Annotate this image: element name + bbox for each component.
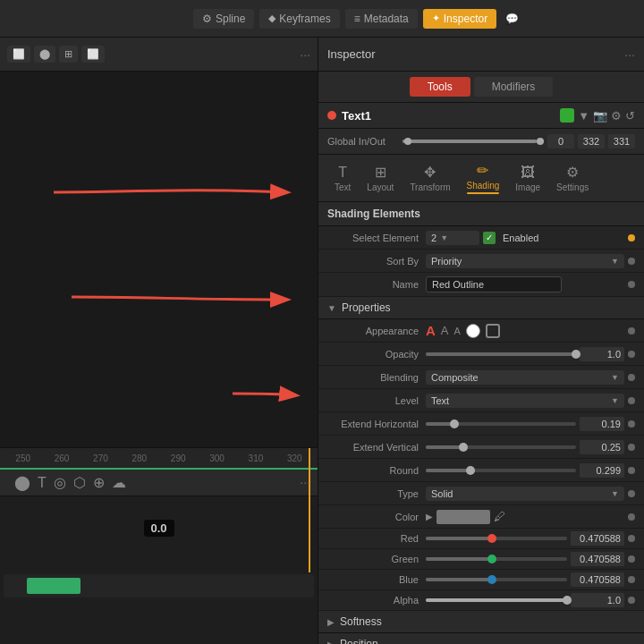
tab-transform[interactable]: ✥ Transform: [402, 160, 457, 196]
timeline-more-dots[interactable]: ···: [300, 475, 310, 489]
properties-collapse-row[interactable]: ▼ Properties: [318, 297, 644, 319]
global-inout-val3[interactable]: 331: [608, 134, 635, 148]
name-keyframe-dot[interactable]: [628, 281, 635, 288]
extend-v-keyframe-dot[interactable]: [628, 444, 635, 451]
blending-dropdown[interactable]: Composite ▼: [426, 370, 624, 385]
appearance-text-icon-red[interactable]: A: [426, 323, 436, 338]
blue-row: Blue 0.470588: [318, 570, 644, 590]
color-expand-button[interactable]: ▶: [426, 512, 433, 521]
opacity-row: Opacity 1.0: [318, 343, 644, 366]
alpha-keyframe-dot[interactable]: [628, 597, 635, 604]
tab-spline[interactable]: ⚙ Spline: [193, 9, 254, 29]
green-value[interactable]: 0.470588: [571, 552, 624, 566]
extend-h-slider-track[interactable]: [426, 422, 576, 426]
inspector-more-dots[interactable]: ···: [624, 47, 635, 62]
opacity-value[interactable]: 1.0: [580, 347, 624, 361]
tab-modifiers-button[interactable]: Modifiers: [474, 77, 554, 97]
blue-value[interactable]: 0.470588: [571, 572, 624, 587]
softness-collapse-row[interactable]: ▶ Softness: [318, 611, 644, 633]
extend-h-keyframe-dot[interactable]: [628, 420, 635, 428]
type-dropdown[interactable]: Solid ▼: [426, 487, 624, 501]
chat-icon[interactable]: 💬: [505, 13, 519, 25]
select-element-dropdown[interactable]: 2 ▼: [426, 231, 479, 245]
position-collapse-row[interactable]: ▶ Position: [318, 633, 644, 644]
position-collapse-arrow: ▶: [327, 640, 335, 645]
global-inout-val1[interactable]: 0: [547, 134, 574, 148]
appearance-text-icon-3[interactable]: A: [454, 326, 461, 336]
global-inout-val2[interactable]: 332: [578, 134, 605, 148]
extend-v-slider-track[interactable]: [426, 445, 576, 449]
timeline-tool-3[interactable]: ◎: [54, 474, 66, 491]
sort-by-dropdown[interactable]: Priority ▼: [426, 254, 624, 268]
tab-keyframes[interactable]: ◆ Keyframes: [259, 9, 339, 29]
timeline-tool-2[interactable]: T: [38, 475, 47, 491]
round-slider-track[interactable]: [426, 469, 576, 472]
position-collapse-title: Position: [340, 638, 378, 644]
node-reset-icon[interactable]: ↺: [625, 109, 635, 123]
node-name-text: Text1: [342, 109, 555, 123]
timeline-tool-1[interactable]: ⬤: [14, 474, 30, 491]
name-input-field[interactable]: [426, 276, 562, 292]
red-value[interactable]: 0.470588: [571, 531, 624, 546]
type-arrow: ▼: [611, 489, 619, 498]
appearance-fill-circle[interactable]: [466, 324, 480, 338]
tab-shading[interactable]: ✏ Shading: [460, 158, 507, 198]
type-keyframe-dot[interactable]: [628, 490, 635, 497]
tab-layout[interactable]: ⊞ Layout: [360, 160, 401, 196]
color-keyframe-dot[interactable]: [628, 513, 635, 521]
shading-elements-header: Shading Elements: [318, 202, 644, 226]
select-element-keyframe-dot[interactable]: [628, 234, 635, 242]
alpha-slider-track[interactable]: [426, 598, 567, 602]
green-slider-track[interactable]: [426, 557, 567, 561]
tab-image[interactable]: 🖼 Image: [508, 161, 547, 196]
track-block-1[interactable]: [27, 578, 80, 594]
appearance-keyframe-dot[interactable]: [628, 327, 635, 335]
green-row: Green 0.470588: [318, 549, 644, 570]
round-row: Round 0.299: [318, 459, 644, 482]
blending-label: Blending: [327, 372, 426, 383]
round-keyframe-dot[interactable]: [628, 467, 635, 474]
opacity-keyframe-dot[interactable]: [628, 351, 635, 358]
red-keyframe-dot[interactable]: [628, 535, 635, 542]
blending-keyframe-dot[interactable]: [628, 374, 635, 381]
global-inout-label: Global In/Out: [327, 136, 399, 147]
sort-by-keyframe-dot[interactable]: [628, 258, 635, 265]
alpha-value[interactable]: 1.0: [571, 593, 624, 607]
blue-slider-track[interactable]: [426, 578, 567, 581]
node-camera-icon[interactable]: 📷: [593, 109, 607, 123]
tab-inspector[interactable]: ✦ Inspector: [423, 9, 496, 29]
view-mode-button[interactable]: ⬜: [7, 46, 30, 63]
extend-h-value[interactable]: 0.19: [580, 417, 624, 431]
node-color-indicator[interactable]: [560, 108, 574, 123]
appearance-text-icon-outline[interactable]: A: [441, 324, 449, 337]
ruler-mark-270: 270: [81, 453, 120, 463]
level-dropdown[interactable]: Text ▼: [426, 394, 624, 408]
timeline-tool-4[interactable]: ⬡: [73, 474, 86, 491]
level-keyframe-dot[interactable]: [628, 397, 635, 404]
tab-text[interactable]: T Text: [327, 161, 358, 196]
grid-button[interactable]: ⊞: [59, 46, 78, 63]
color-pipette-icon[interactable]: 🖊: [494, 510, 505, 523]
opacity-slider-track[interactable]: [426, 352, 576, 356]
timeline-tool-6[interactable]: ☁: [112, 474, 126, 491]
appearance-outline-box[interactable]: [486, 324, 500, 338]
round-value[interactable]: 0.299: [580, 463, 624, 478]
timeline-tool-5[interactable]: ⊕: [93, 474, 105, 491]
tab-tools-button[interactable]: Tools: [410, 77, 470, 97]
node-icon-1[interactable]: ▼: [578, 109, 589, 123]
tab-metadata[interactable]: ≡ Metadata: [345, 9, 418, 29]
red-slider-track[interactable]: [426, 537, 567, 540]
node-settings-icon[interactable]: ⚙: [611, 109, 622, 123]
global-inout-slider[interactable]: [402, 140, 544, 143]
enabled-checkbox[interactable]: ✓: [483, 232, 496, 244]
toolbar-more-dots[interactable]: ···: [300, 47, 310, 62]
green-keyframe-dot[interactable]: [628, 555, 635, 563]
extend-v-value[interactable]: 0.25: [580, 440, 624, 454]
tab-settings-tool[interactable]: ⚙ Settings: [549, 160, 596, 196]
panel-button[interactable]: ⬜: [81, 46, 105, 63]
blue-keyframe-dot[interactable]: [628, 576, 635, 583]
image-icon: 🖼: [521, 165, 535, 181]
circle-button[interactable]: ⬤: [34, 46, 55, 63]
color-label: Color: [327, 512, 426, 522]
color-swatch-display[interactable]: [436, 510, 490, 524]
